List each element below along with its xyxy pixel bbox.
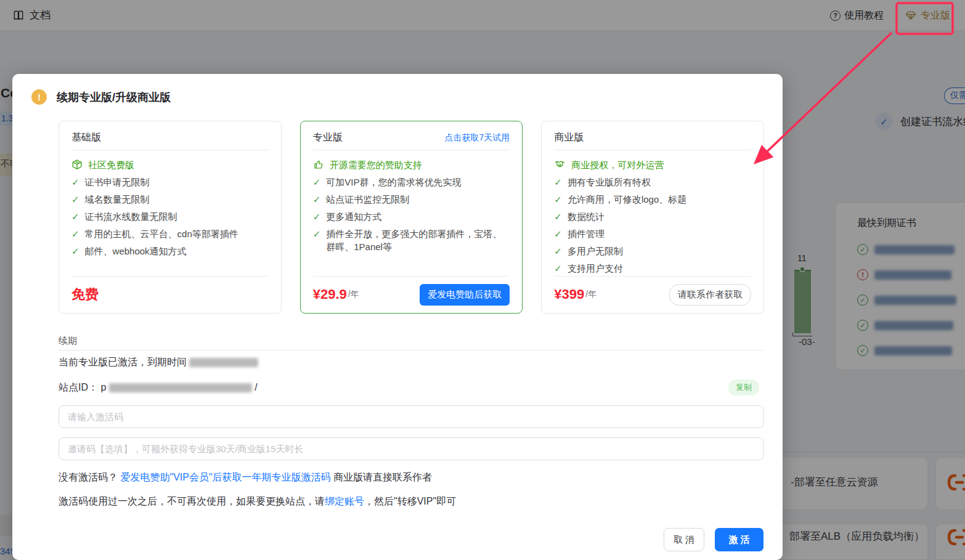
help-line-1: 没有激活码？ 爱发电赞助"VIP会员"后获取一年期专业版激活码 商业版请直接联系… (59, 471, 432, 484)
plan-name: 专业版 (313, 131, 343, 144)
activation-status: 当前专业版已激活，到期时间 (59, 356, 258, 369)
renew-divider (59, 350, 764, 351)
plan-name: 商业版 (554, 131, 584, 144)
plan-feature: 允许商用，可修改logo、标题 (568, 193, 686, 206)
invite-code-input[interactable] (59, 437, 764, 460)
plan-feature: 站点证书监控无限制 (326, 193, 409, 206)
site-id-redacted (109, 383, 252, 392)
warning-icon: ! (31, 89, 47, 105)
plan-feature: 证书申请无限制 (85, 176, 150, 189)
check-icon: ✓ (554, 227, 562, 240)
plan-card-business: 商业版 商业授权，可对外运营 ✓拥有专业版所有特权 ✓允许商用，可修改logo、… (541, 121, 764, 314)
check-icon: ✓ (71, 227, 79, 240)
site-id-row: 站点ID： p / (59, 381, 258, 394)
check-icon: ✓ (313, 176, 321, 189)
plan-highlight: 商业授权，可对外运营 (571, 158, 664, 171)
app-page: 文档 ? 使用教程 专业版 Cer 1.3 不明 345 仅需 ✓ 创建证书流水… (0, 0, 965, 560)
activate-button[interactable]: 激 活 (715, 528, 763, 551)
plan-card-basic: 基础版 社区免费版 ✓证书申请无限制 ✓域名数量无限制 ✓证书流水线数量无限制 … (59, 121, 282, 314)
plan-feature: 插件管理 (568, 227, 605, 240)
plan-highlight: 开源需要您的赞助支持 (330, 158, 422, 171)
check-icon: ✓ (313, 227, 321, 253)
thumbs-up-icon (313, 159, 324, 170)
help-text: 没有激活码？ (59, 472, 120, 482)
plan-card-pro: 专业版 点击获取7天试用 开源需要您的赞助支持 ✓可加VIP群，您的需求将优先实… (300, 121, 523, 314)
plan-price: ¥29.9 (313, 286, 347, 302)
check-icon: ✓ (71, 193, 79, 206)
plan-highlight: 社区免费版 (88, 158, 134, 171)
renew-section-label: 续期 (59, 335, 77, 347)
cancel-button[interactable]: 取 消 (664, 528, 704, 551)
sponsor-get-button[interactable]: 爱发电赞助后获取 (420, 284, 510, 306)
check-icon: ✓ (554, 176, 562, 189)
check-icon: ✓ (71, 245, 79, 258)
check-icon: ✓ (71, 176, 79, 189)
status-text: 当前专业版已激活，到期时间 (59, 357, 187, 367)
check-icon: ✓ (554, 193, 562, 206)
dialog-footer: 取 消 激 活 (664, 528, 763, 551)
site-id-suffix: / (254, 382, 257, 392)
plan-feature: 拥有专业版所有特权 (568, 176, 651, 189)
plan-price-unit: /年 (585, 289, 597, 300)
handshake-icon (554, 159, 566, 170)
plan-feature: 邮件、webhook通知方式 (85, 245, 187, 258)
package-icon (71, 159, 83, 170)
check-icon: ✓ (554, 210, 562, 223)
activation-code-input[interactable] (59, 405, 764, 428)
help-line-2: 激活码使用过一次之后，不可再次使用，如果要更换站点，请绑定账号，然后"转移VIP… (59, 495, 456, 508)
site-id-label: 站点ID： (59, 382, 98, 392)
help-text: 商业版请直接联系作者 (331, 472, 432, 482)
check-icon: ✓ (313, 193, 321, 206)
plan-feature: 可加VIP群，您的需求将优先实现 (326, 176, 461, 189)
plan-price: ¥399 (554, 286, 584, 302)
plan-feature: 证书流水线数量无限制 (85, 210, 177, 223)
check-icon: ✓ (554, 245, 562, 258)
help-text: ，然后"转移VIP"即可 (364, 496, 456, 506)
contact-author-button[interactable]: 请联系作者获取 (669, 284, 751, 306)
dialog-header: ! 续期专业版/升级商业版 (31, 89, 171, 105)
dialog-title: 续期专业版/升级商业版 (57, 90, 171, 105)
plan-price: 免费 (71, 285, 99, 304)
expiry-date-redacted (189, 358, 258, 367)
plan-cards: 基础版 社区免费版 ✓证书申请无限制 ✓域名数量无限制 ✓证书流水线数量无限制 … (59, 121, 764, 314)
plan-feature: 更多通知方式 (326, 210, 381, 223)
upgrade-dialog: ! 续期专业版/升级商业版 基础版 社区免费版 ✓证书申请无限制 ✓域名数量无限… (12, 74, 783, 560)
plan-name: 基础版 (71, 131, 101, 144)
plan-price-unit: /年 (348, 289, 359, 300)
plan-feature: 域名数量无限制 (85, 193, 150, 206)
check-icon: ✓ (554, 262, 562, 275)
trial-link[interactable]: 点击获取7天试用 (445, 132, 510, 144)
sponsor-vip-link[interactable]: 爱发电赞助"VIP会员"后获取一年期专业版激活码 (120, 472, 330, 482)
bind-account-link[interactable]: 绑定账号 (325, 496, 364, 506)
plan-feature: 支持用户支付 (568, 262, 623, 275)
plan-feature: 多用户无限制 (568, 245, 623, 258)
site-id-prefix: p (100, 382, 106, 392)
help-text: 激活码使用过一次之后，不可再次使用，如果要更换站点，请 (59, 496, 325, 506)
check-icon: ✓ (71, 210, 79, 223)
plan-feature: 插件全开放，更多强大的部署插件，宝塔、群晖、1Panel等 (326, 227, 510, 253)
plan-feature: 数据统计 (568, 210, 605, 223)
plan-feature: 常用的主机、云平台、cdn等部署插件 (85, 227, 238, 240)
check-icon: ✓ (313, 210, 321, 223)
copy-button[interactable]: 复制 (728, 379, 759, 396)
